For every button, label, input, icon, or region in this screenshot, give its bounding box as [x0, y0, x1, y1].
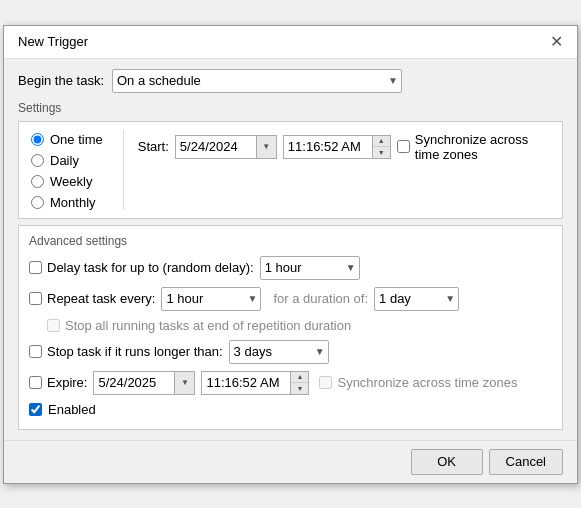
delay-task-checkbox-label[interactable]: Delay task for up to (random delay): — [29, 260, 254, 275]
radio-one-time[interactable]: One time — [31, 132, 103, 147]
settings-box: One time Daily Weekly Monthly Star — [18, 121, 563, 219]
stop-task-select-wrapper: 3 days 30 minutes 1 hour 2 hours 4 hours… — [229, 340, 329, 364]
stop-task-checkbox[interactable] — [29, 345, 42, 358]
date-value: 5/24/2024 — [176, 137, 256, 156]
cancel-button[interactable]: Cancel — [489, 449, 563, 475]
expire-date-picker-button[interactable]: ▼ — [174, 372, 194, 394]
begin-task-select-wrapper: On a schedule At log on At startup On id… — [112, 69, 402, 93]
delay-task-select-wrapper: 1 hour 30 seconds 1 minute 30 minutes 8 … — [260, 256, 360, 280]
radio-monthly-input[interactable] — [31, 196, 44, 209]
stop-task-label: Stop task if it runs longer than: — [47, 344, 223, 359]
duration-label: for a duration of: — [273, 291, 368, 306]
enabled-checkbox[interactable] — [29, 403, 42, 416]
stop-task-select[interactable]: 3 days 30 minutes 1 hour 2 hours 4 hours… — [229, 340, 329, 364]
expire-checkbox[interactable] — [29, 376, 42, 389]
begin-task-label: Begin the task: — [18, 73, 104, 88]
time-spin-button[interactable]: ▲ ▼ — [372, 136, 390, 158]
expire-date-wrapper: 5/24/2025 ▼ — [93, 371, 195, 395]
radio-weekly-label: Weekly — [50, 174, 92, 189]
time-spin-up[interactable]: ▲ — [373, 136, 390, 148]
repeat-task-checkbox[interactable] — [29, 292, 42, 305]
expire-time-value: 11:16:52 AM — [202, 373, 290, 392]
delay-task-checkbox[interactable] — [29, 261, 42, 274]
sync-label: Synchronize across time zones — [415, 132, 550, 162]
begin-task-row: Begin the task: On a schedule At log on … — [18, 69, 563, 93]
time-spin-down[interactable]: ▼ — [373, 147, 390, 158]
new-trigger-dialog: New Trigger ✕ Begin the task: On a sched… — [3, 25, 578, 484]
expire-label: Expire: — [47, 375, 87, 390]
enabled-label: Enabled — [48, 402, 96, 417]
duration-select[interactable]: 1 day 15 minutes 30 minutes 1 hour 12 ho… — [374, 287, 459, 311]
enabled-row: Enabled — [29, 402, 552, 417]
start-row: Start: 5/24/2024 ▼ 11:16:52 AM ▲ ▼ — [138, 132, 550, 162]
delay-task-label: Delay task for up to (random delay): — [47, 260, 254, 275]
time-value: 11:16:52 AM — [284, 137, 372, 156]
expire-sync-row[interactable]: Synchronize across time zones — [319, 375, 517, 390]
stop-task-row: Stop task if it runs longer than: 3 days… — [29, 340, 552, 364]
delay-task-select[interactable]: 1 hour 30 seconds 1 minute 30 minutes 8 … — [260, 256, 360, 280]
expire-date-value: 5/24/2025 — [94, 373, 174, 392]
radio-one-time-input[interactable] — [31, 133, 44, 146]
repeat-task-row: Repeat task every: 1 hour 5 minutes 10 m… — [29, 287, 552, 311]
footer: OK Cancel — [4, 440, 577, 483]
delay-task-row: Delay task for up to (random delay): 1 h… — [29, 256, 552, 280]
expire-checkbox-label[interactable]: Expire: — [29, 375, 87, 390]
expire-time-spin-button[interactable]: ▲ ▼ — [290, 372, 308, 394]
date-input-wrapper: 5/24/2024 ▼ — [175, 135, 277, 159]
advanced-label: Advanced settings — [29, 234, 552, 248]
sync-checkbox[interactable] — [397, 140, 410, 153]
title-bar: New Trigger ✕ — [4, 26, 577, 59]
stop-repetition-label: Stop all running tasks at end of repetit… — [65, 318, 351, 333]
radio-daily-input[interactable] — [31, 154, 44, 167]
sync-checkbox-row[interactable]: Synchronize across time zones — [397, 132, 550, 162]
radio-monthly[interactable]: Monthly — [31, 195, 103, 210]
advanced-section: Advanced settings Delay task for up to (… — [18, 225, 563, 430]
radio-monthly-label: Monthly — [50, 195, 96, 210]
stop-repetition-row: Stop all running tasks at end of repetit… — [29, 318, 552, 333]
repeat-task-checkbox-label[interactable]: Repeat task every: — [29, 291, 155, 306]
repeat-task-select-wrapper: 1 hour 5 minutes 10 minutes 15 minutes 3… — [161, 287, 261, 311]
settings-right-col: Start: 5/24/2024 ▼ 11:16:52 AM ▲ ▼ — [124, 130, 550, 210]
close-button[interactable]: ✕ — [548, 34, 565, 50]
settings-section-label: Settings — [18, 101, 563, 115]
begin-task-select[interactable]: On a schedule At log on At startup On id… — [112, 69, 402, 93]
stop-task-checkbox-label[interactable]: Stop task if it runs longer than: — [29, 344, 223, 359]
expire-row: Expire: 5/24/2025 ▼ 11:16:52 AM ▲ ▼ — [29, 371, 552, 395]
repeat-task-label: Repeat task every: — [47, 291, 155, 306]
repeat-task-select[interactable]: 1 hour 5 minutes 10 minutes 15 minutes 3… — [161, 287, 261, 311]
radio-weekly[interactable]: Weekly — [31, 174, 103, 189]
ok-button[interactable]: OK — [411, 449, 483, 475]
radio-daily[interactable]: Daily — [31, 153, 103, 168]
dialog-content: Begin the task: On a schedule At log on … — [4, 59, 577, 440]
expire-spin-down[interactable]: ▼ — [291, 383, 308, 394]
radio-daily-label: Daily — [50, 153, 79, 168]
expire-sync-checkbox[interactable] — [319, 376, 332, 389]
radio-weekly-input[interactable] — [31, 175, 44, 188]
expire-time-wrapper: 11:16:52 AM ▲ ▼ — [201, 371, 309, 395]
time-input-wrapper: 11:16:52 AM ▲ ▼ — [283, 135, 391, 159]
date-picker-button[interactable]: ▼ — [256, 136, 276, 158]
radio-col: One time Daily Weekly Monthly — [31, 130, 124, 210]
expire-sync-label: Synchronize across time zones — [337, 375, 517, 390]
expire-spin-up[interactable]: ▲ — [291, 372, 308, 384]
dialog-title: New Trigger — [18, 34, 88, 49]
stop-repetition-checkbox[interactable] — [47, 319, 60, 332]
start-label: Start: — [138, 139, 169, 154]
duration-select-wrapper: 1 day 15 minutes 30 minutes 1 hour 12 ho… — [374, 287, 459, 311]
radio-one-time-label: One time — [50, 132, 103, 147]
